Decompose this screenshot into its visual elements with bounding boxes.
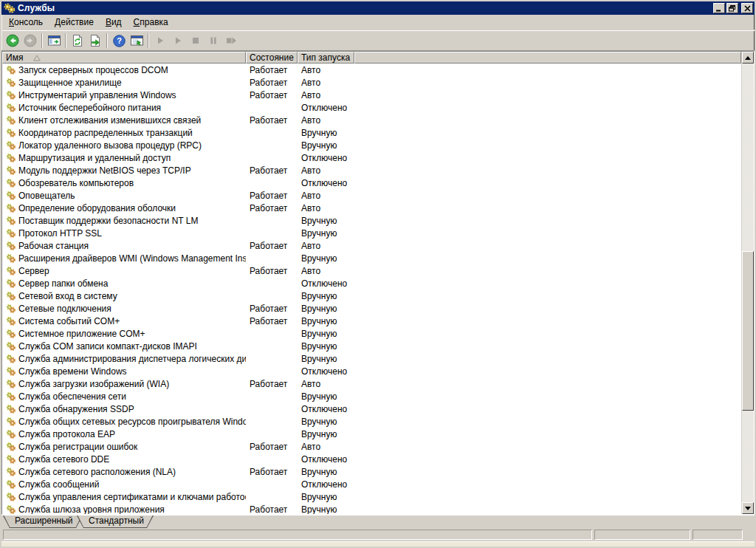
service-startup-type: Отключено (298, 479, 741, 490)
column-header-status[interactable]: Состояние (246, 52, 298, 64)
menu-view[interactable]: Вид (100, 16, 128, 29)
service-gear-icon (6, 241, 16, 251)
service-gear-icon (6, 341, 16, 352)
service-name-cell: Рабочая станция (2, 241, 246, 251)
service-row[interactable]: Сетевые подключения Работает Вручную (2, 302, 741, 315)
service-row[interactable]: Служба общих сетевых ресурсов проигрыват… (2, 415, 741, 428)
tab-extended[interactable]: Расширенный (3, 516, 83, 528)
menu-action[interactable]: Действие (49, 16, 100, 29)
restart-icon (225, 35, 237, 46)
service-row[interactable]: Служба управления сертификатами и ключам… (2, 490, 741, 503)
minimize-icon (715, 5, 723, 12)
service-row[interactable]: Системное приложение COM+ Вручную (2, 327, 741, 340)
service-name-cell: Служба регистрации ошибок (2, 442, 246, 452)
menu-console[interactable]: Консоль (3, 16, 49, 29)
service-name: Координатор распределенных транзакций (18, 128, 193, 138)
service-name-cell: Служба обнаружения SSDP (2, 404, 246, 414)
service-row[interactable]: Модуль поддержки NetBIOS через TCP/IP Ра… (2, 164, 741, 177)
minimize-button[interactable] (713, 3, 725, 13)
service-row[interactable]: Локатор удаленного вызова процедур (RPC)… (2, 139, 741, 151)
service-gear-icon (6, 429, 16, 439)
service-row[interactable]: Маршрутизация и удаленный доступ Отключе… (2, 151, 741, 164)
service-row[interactable]: Сетевой вход в систему Вручную (2, 290, 741, 302)
scroll-up-button[interactable] (742, 52, 754, 64)
service-name-cell: Клиент отслеживания изменившихся связей (2, 115, 246, 126)
show-console-tree-button[interactable] (45, 32, 63, 49)
refresh-button[interactable] (69, 32, 86, 49)
service-row[interactable]: Служба протокола EAP Вручную (2, 428, 741, 440)
service-gear-icon (6, 291, 16, 301)
service-row[interactable]: Запуск серверных процессов DCOM Работает… (2, 64, 741, 76)
service-name-cell: Служба сетевого расположения (NLA) (2, 467, 246, 477)
start-service-button[interactable] (151, 32, 169, 49)
vertical-scrollbar[interactable] (741, 52, 754, 514)
properties-window-button[interactable] (128, 32, 145, 49)
column-header-name[interactable]: Имя (2, 52, 246, 64)
service-row[interactable]: Защищенное хранилище Работает Авто (2, 76, 741, 89)
restart-service-button[interactable] (222, 32, 240, 49)
service-gear-icon (6, 128, 16, 138)
service-gear-icon (6, 253, 16, 264)
export-list-button[interactable] (86, 32, 104, 49)
menu-bar: Консоль Действие Вид Справка (1, 15, 755, 30)
service-row[interactable]: Служба COM записи компакт-дисков IMAPI В… (2, 340, 741, 352)
forward-button[interactable] (21, 32, 39, 49)
column-header-startup-type[interactable]: Тип запуска (298, 52, 354, 64)
service-name-cell: Координатор распределенных транзакций (2, 128, 246, 138)
service-row[interactable]: Протокол HTTP SSL Вручную (2, 227, 741, 239)
service-row[interactable]: Источник бесперебойного питания Отключен… (2, 101, 741, 114)
scrollbar-thumb[interactable] (742, 251, 754, 411)
service-row[interactable]: Клиент отслеживания изменившихся связей … (2, 114, 741, 126)
toolbar: ? (1, 30, 755, 51)
service-row[interactable]: Служба времени Windows Отключено (2, 365, 741, 377)
resume-service-button[interactable] (169, 32, 187, 49)
service-row[interactable]: Сервер Работает Авто (2, 264, 741, 277)
service-row[interactable]: Координатор распределенных транзакций Вр… (2, 126, 741, 139)
pause-service-button[interactable] (205, 32, 222, 49)
service-startup-type: Вручную (298, 429, 741, 439)
service-name: Защищенное хранилище (18, 78, 122, 88)
service-row[interactable]: Служба шлюза уровня приложения Работает … (2, 503, 741, 514)
menu-help[interactable]: Справка (128, 16, 174, 29)
service-startup-type: Вручную (298, 140, 741, 151)
service-row[interactable]: Обозреватель компьютеров Отключено (2, 177, 741, 189)
service-row[interactable]: Рабочая станция Работает Авто (2, 239, 741, 252)
svg-text:?: ? (117, 36, 122, 45)
scroll-down-button[interactable] (742, 502, 754, 514)
service-name-cell: Служба сетевого DDE (2, 454, 246, 465)
service-row[interactable]: Служба сетевого расположения (NLA) Работ… (2, 465, 741, 478)
service-row[interactable]: Оповещатель Работает Авто (2, 189, 741, 202)
service-row[interactable]: Служба администрирования диспетчера логи… (2, 352, 741, 365)
service-row[interactable]: Поставщик поддержки безопасности NT LM В… (2, 214, 741, 227)
restore-button[interactable] (726, 3, 738, 13)
service-row[interactable]: Расширения драйверов WMI (Windows Manage… (2, 252, 741, 264)
service-row[interactable]: Служба сетевого DDE Отключено (2, 453, 741, 465)
service-gear-icon (6, 216, 16, 226)
service-name-cell: Расширения драйверов WMI (Windows Manage… (2, 253, 246, 264)
service-gear-icon (6, 203, 16, 213)
service-row[interactable]: Инструментарий управления Windows Работа… (2, 89, 741, 101)
service-status: Работает (246, 467, 298, 477)
service-row[interactable]: Служба сообщений Отключено (2, 478, 741, 490)
service-name-cell: Инструментарий управления Windows (2, 90, 246, 100)
window-bottom-edge (1, 541, 755, 547)
service-row[interactable]: Служба обнаружения SSDP Отключено (2, 403, 741, 415)
service-name-cell: Источник бесперебойного питания (2, 103, 246, 113)
service-name: Сервер папки обмена (18, 278, 108, 289)
status-panel-2 (594, 530, 690, 540)
service-row[interactable]: Определение оборудования оболочки Работа… (2, 202, 741, 214)
service-name-cell: Протокол HTTP SSL (2, 228, 246, 239)
tab-standard[interactable]: Стандартный (77, 516, 154, 528)
back-button[interactable] (4, 32, 21, 49)
service-row[interactable]: Система событий COM+ Работает Вручную (2, 315, 741, 327)
help-button[interactable]: ? (110, 32, 128, 49)
service-row[interactable]: Сервер папки обмена Отключено (2, 277, 741, 290)
stop-service-button[interactable] (187, 32, 205, 49)
service-row[interactable]: Служба регистрации ошибок Работает Авто (2, 440, 741, 453)
resume-icon (173, 35, 183, 46)
tab-label: Стандартный (77, 516, 154, 527)
service-row[interactable]: Служба обеспечения сети Вручную (2, 390, 741, 403)
close-button[interactable] (741, 3, 753, 13)
view-tabs: Расширенный Стандартный (1, 515, 755, 528)
service-row[interactable]: Служба загрузки изображений (WIA) Работа… (2, 377, 741, 390)
